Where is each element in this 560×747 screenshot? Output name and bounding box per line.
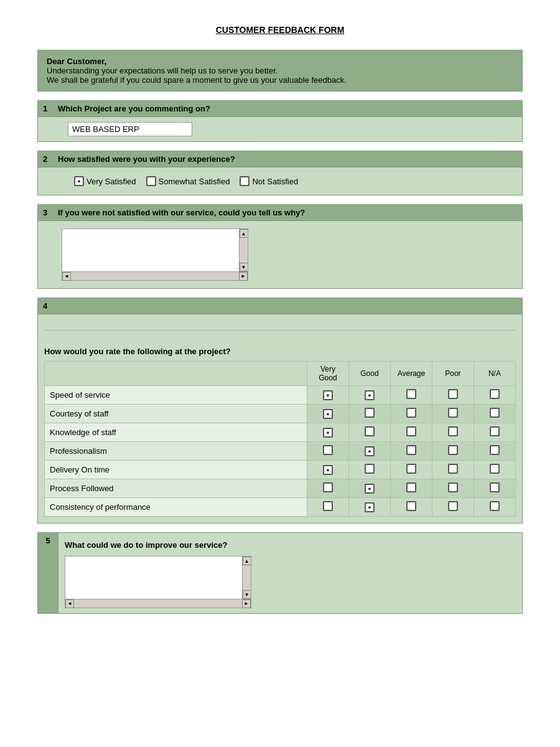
q5-number: 5 xyxy=(37,532,58,614)
row-label-courtesy: Courtesy of staff xyxy=(45,405,307,423)
radio-delivery-vg[interactable] xyxy=(307,461,348,479)
q5-scroll-up-btn[interactable]: ▲ xyxy=(243,557,251,565)
row-label-delivery: Delivery On time xyxy=(45,461,307,479)
q3-scrollbar-h: ◄ ► xyxy=(62,272,248,281)
option-somewhat-satisfied[interactable]: Somewhat Satisfied xyxy=(146,176,230,186)
scroll-down-btn[interactable]: ▼ xyxy=(240,263,248,271)
q4-sub-label: How would you rate the following at the … xyxy=(44,347,516,356)
q5-body: What could we do to improve our service?… xyxy=(58,532,523,614)
radio-consistency-poor[interactable] xyxy=(432,498,474,517)
q3-scrollbar-v: ▲ ▼ xyxy=(239,229,248,271)
q5-textarea[interactable] xyxy=(65,557,242,599)
radio-courtesy-poor[interactable] xyxy=(432,405,474,423)
form-title: CUSTOMER FEEDBACK FORM xyxy=(37,25,523,35)
row-label-professionalism: Professionalism xyxy=(45,442,307,461)
radio-knowledge-good[interactable] xyxy=(348,423,390,442)
radio-somewhat-satisfied[interactable] xyxy=(146,176,156,186)
radio-courtesy-vg[interactable] xyxy=(307,405,348,423)
radio-process-avg[interactable] xyxy=(390,479,432,498)
radio-prof-na[interactable] xyxy=(474,442,515,461)
q4-number: 4 xyxy=(43,301,58,311)
feedback-form-page: CUSTOMER FEEDBACK FORM Dear Customer, Un… xyxy=(0,0,560,747)
radio-speed-good[interactable] xyxy=(348,386,390,405)
radio-prof-good[interactable] xyxy=(348,442,390,461)
table-row: Professionalism xyxy=(45,442,516,461)
radio-prof-vg[interactable] xyxy=(307,442,348,461)
table-row: Knowledge of staff xyxy=(45,423,516,442)
q5-scrollbar-v: ▲ ▼ xyxy=(242,557,251,599)
col-header-very-good: VeryGood xyxy=(307,362,348,386)
radio-prof-avg[interactable] xyxy=(390,442,432,461)
satisfaction-options: Very Satisfied Somewhat Satisfied Not Sa… xyxy=(44,172,516,190)
q5-textarea-wrapper: ▲ ▼ ◄ ► xyxy=(65,556,516,608)
scroll-up-btn[interactable]: ▲ xyxy=(240,229,248,238)
q1-text: Which Project are you commenting on? xyxy=(58,104,210,113)
radio-process-na[interactable] xyxy=(474,479,515,498)
table-row: Process Followed xyxy=(45,479,516,498)
radio-courtesy-good[interactable] xyxy=(348,405,390,423)
q2-body: Very Satisfied Somewhat Satisfied Not Sa… xyxy=(37,167,523,195)
q4-body: How would you rate the following at the … xyxy=(37,314,523,524)
radio-speed-vg[interactable] xyxy=(307,386,348,405)
q3-number: 3 xyxy=(43,208,58,217)
radio-process-poor[interactable] xyxy=(432,479,474,498)
radio-speed-na[interactable] xyxy=(474,386,515,405)
radio-knowledge-poor[interactable] xyxy=(432,423,474,442)
radio-knowledge-vg[interactable] xyxy=(307,423,348,442)
radio-very-satisfied[interactable] xyxy=(74,176,84,186)
intro-greeting: Dear Customer, xyxy=(47,57,513,66)
radio-speed-avg[interactable] xyxy=(390,386,432,405)
q5-scrollbar-h: ◄ ► xyxy=(65,599,251,608)
intro-line1: Understanding your expectations will hel… xyxy=(47,66,513,75)
q2-header: 2 How satisfied were you with your exper… xyxy=(37,151,523,167)
q3-textarea[interactable] xyxy=(62,229,239,271)
q1-number: 1 xyxy=(43,104,58,113)
q5-scroll-left-btn[interactable]: ◄ xyxy=(65,599,74,608)
q1-text-input[interactable] xyxy=(68,122,192,136)
q5-scroll-down-btn[interactable]: ▼ xyxy=(243,590,251,599)
radio-knowledge-na[interactable] xyxy=(474,423,515,442)
intro-box: Dear Customer, Understanding your expect… xyxy=(37,50,523,92)
q1-header: 1 Which Project are you commenting on? xyxy=(37,100,523,117)
question-5: 5 What could we do to improve our servic… xyxy=(37,532,523,614)
scroll-left-btn[interactable]: ◄ xyxy=(62,272,71,281)
q3-header: 3 If you were not satisfied with our ser… xyxy=(37,204,523,221)
radio-speed-poor[interactable] xyxy=(432,386,474,405)
radio-prof-poor[interactable] xyxy=(432,442,474,461)
radio-consistency-na[interactable] xyxy=(474,498,515,517)
option-very-satisfied[interactable]: Very Satisfied xyxy=(74,176,136,186)
q1-body xyxy=(37,117,523,142)
label-very-satisfied: Very Satisfied xyxy=(86,177,136,186)
radio-delivery-good[interactable] xyxy=(348,461,390,479)
q3-textarea-wrapper: ▲ ▼ ◄ ► xyxy=(62,228,248,281)
scroll-right-btn[interactable]: ► xyxy=(239,272,248,281)
option-not-satisfied[interactable]: Not Satisfied xyxy=(240,176,298,186)
radio-not-satisfied[interactable] xyxy=(240,176,250,186)
col-header-good: Good xyxy=(348,362,390,386)
table-row: Delivery On time xyxy=(45,461,516,479)
question-3: 3 If you were not satisfied with our ser… xyxy=(37,204,523,289)
question-1: 1 Which Project are you commenting on? xyxy=(37,100,523,142)
radio-consistency-avg[interactable] xyxy=(390,498,432,517)
q5-scroll-right-btn[interactable]: ► xyxy=(242,599,251,608)
radio-courtesy-na[interactable] xyxy=(474,405,515,423)
label-not-satisfied: Not Satisfied xyxy=(252,177,298,186)
q3-body: ▲ ▼ ◄ ► xyxy=(37,221,523,289)
radio-process-vg[interactable] xyxy=(307,479,348,498)
radio-knowledge-avg[interactable] xyxy=(390,423,432,442)
radio-consistency-vg[interactable] xyxy=(307,498,348,517)
radio-process-good[interactable] xyxy=(348,479,390,498)
table-row: Consistency of performance xyxy=(45,498,516,517)
q2-number: 2 xyxy=(43,154,58,164)
q3-text: If you were not satisfied with our servi… xyxy=(58,208,305,217)
radio-delivery-avg[interactable] xyxy=(390,461,432,479)
row-label-consistency: Consistency of performance xyxy=(45,498,307,517)
radio-delivery-poor[interactable] xyxy=(432,461,474,479)
question-2: 2 How satisfied were you with your exper… xyxy=(37,151,523,195)
radio-courtesy-avg[interactable] xyxy=(390,405,432,423)
radio-delivery-na[interactable] xyxy=(474,461,515,479)
question-4: 4 How would you rate the following at th… xyxy=(37,298,523,524)
label-somewhat-satisfied: Somewhat Satisfied xyxy=(159,177,230,186)
radio-consistency-good[interactable] xyxy=(348,498,390,517)
intro-line2: We shall be grateful if you could spare … xyxy=(47,75,513,85)
